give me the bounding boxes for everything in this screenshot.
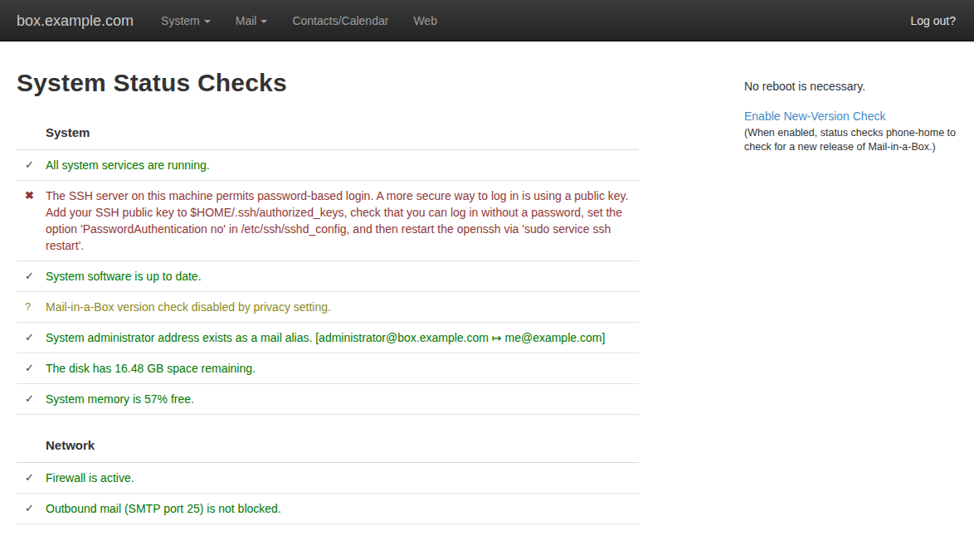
- check-icon: ✓: [25, 329, 46, 346]
- status-row-text: Firewall is active.: [46, 470, 639, 486]
- status-row-text: The SSH server on this machine permits p…: [46, 187, 639, 254]
- navbar-right: Log out?: [899, 0, 974, 41]
- status-row: ✓ System administrator address exists as…: [17, 323, 639, 353]
- navbar-menu: System Mail Contacts/Calendar Web: [149, 0, 450, 41]
- status-row-text: All system services are running.: [46, 157, 639, 173]
- status-row: ✓ System memory is 57% free.: [17, 384, 639, 415]
- reboot-status-text: No reboot is necessary.: [744, 80, 962, 93]
- status-row-text: System software is up to date.: [46, 268, 639, 285]
- status-row: ? Mail-in-a-Box version check disabled b…: [17, 292, 639, 323]
- logout-link[interactable]: Log out?: [899, 0, 974, 41]
- enable-version-check-link[interactable]: Enable New-Version Check: [744, 110, 885, 123]
- nav-item-contacts-calendar[interactable]: Contacts/Calendar: [280, 0, 401, 41]
- check-icon: ✓: [25, 391, 46, 407]
- status-row-text: System memory is 57% free.: [46, 391, 639, 407]
- status-row-text: Mail-in-a-Box version check disabled by …: [46, 299, 639, 315]
- x-mark-icon: ✖: [25, 187, 46, 254]
- check-icon: ✓: [25, 500, 46, 517]
- status-main-column: System Status Checks System ✓ All system…: [17, 41, 639, 524]
- section-title: System: [17, 102, 639, 150]
- nav-item-web[interactable]: Web: [401, 0, 450, 41]
- section-title: Network: [17, 415, 639, 463]
- status-row: ✓ System software is up to date.: [17, 261, 639, 292]
- status-sidebar: No reboot is necessary. Enable New-Versi…: [744, 41, 962, 154]
- check-icon: ✓: [25, 360, 46, 377]
- nav-item-label: System: [161, 12, 200, 29]
- status-row-text: Outbound mail (SMTP port 25) is not bloc…: [46, 500, 639, 517]
- navbar-brand[interactable]: box.example.com: [0, 0, 149, 41]
- version-check-note: (When enabled, status checks phone-home …: [744, 126, 962, 154]
- nav-item-system[interactable]: System: [149, 0, 223, 41]
- status-row: ✓ Outbound mail (SMTP port 25) is not bl…: [17, 494, 639, 524]
- nav-item-label: Web: [413, 12, 437, 29]
- page-title: System Status Checks: [17, 69, 639, 97]
- nav-item-label: Contacts/Calendar: [292, 12, 388, 29]
- status-section: Network ✓ Firewall is active. ✓ Outbound…: [17, 415, 639, 524]
- top-navbar: box.example.com System Mail Contacts/Cal…: [0, 0, 974, 41]
- status-row: ✓ The disk has 16.48 GB space remaining.: [17, 353, 639, 384]
- check-icon: ✓: [25, 268, 46, 285]
- nav-item-mail[interactable]: Mail: [223, 0, 280, 41]
- caret-down-icon: [204, 20, 211, 23]
- status-sections: System ✓ All system services are running…: [17, 102, 639, 524]
- section-rows: ✓ All system services are running. ✖ The…: [17, 150, 639, 415]
- check-icon: ✓: [25, 470, 46, 486]
- nav-item-label: Mail: [236, 12, 257, 29]
- status-section: System ✓ All system services are running…: [17, 102, 639, 415]
- status-row: ✓ All system services are running.: [17, 150, 639, 181]
- status-row: ✖ The SSH server on this machine permits…: [17, 181, 639, 261]
- caret-down-icon: [261, 20, 267, 23]
- status-row-text: System administrator address exists as a…: [46, 329, 639, 346]
- section-rows: ✓ Firewall is active. ✓ Outbound mail (S…: [17, 463, 639, 524]
- check-icon: ✓: [25, 157, 46, 173]
- status-row-text: The disk has 16.48 GB space remaining.: [46, 360, 639, 377]
- status-row: ✓ Firewall is active.: [17, 463, 639, 494]
- question-mark-icon: ?: [25, 299, 46, 315]
